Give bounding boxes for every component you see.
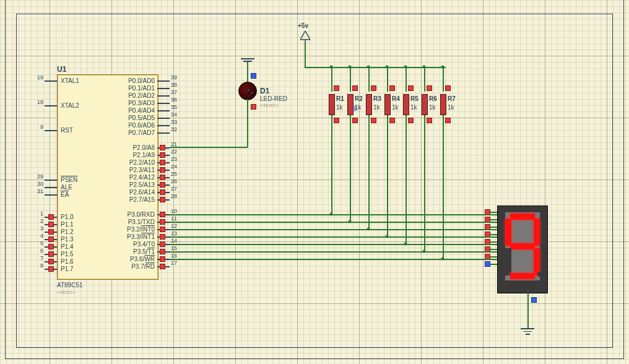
segment-dp [537,272,542,277]
pin-name: P2.3/A11 [121,167,155,173]
resistor-value: 1k [392,104,399,111]
pin-number: 10 [171,208,181,214]
wire [247,99,248,147]
pin-number: 13 [171,230,181,236]
pin-stub [157,118,170,119]
probe [445,118,451,123]
pin-number: 18 [33,99,43,105]
probe-7seg-common [531,297,537,303]
pin-name: P1.2 [61,228,74,235]
probe [160,175,165,180]
pin-name: XTAL2 [61,102,79,109]
junction-dot [441,66,445,69]
pin-name: P1.3 [61,236,74,243]
segment-f [505,219,511,246]
led-text: <TEXT> [260,103,279,108]
wire [170,259,497,260]
resistor-value: 1k [448,104,454,111]
pin-name: P0.7/AD7 [121,129,155,136]
resistor[interactable] [440,94,446,115]
pin-name: P1.0 [61,214,74,220]
probe [160,256,165,262]
pin-stub [157,80,170,82]
pin-stub [45,80,57,82]
pin-stub [157,110,170,111]
pin-number: 14 [171,238,181,244]
pin-name: PSEN [61,176,77,183]
resistor[interactable] [329,94,335,115]
resistor-ref: R1 [336,95,344,102]
pin-number: 31 [33,188,43,194]
probe [48,259,54,264]
probe [485,261,490,267]
pin-number: 36 [171,97,181,103]
pin-stub [157,103,170,104]
resistor[interactable] [366,94,372,115]
pin-name: P0.4/AD4 [121,107,155,114]
pin-name: P2.5/A13 [121,181,155,188]
pin-number: 11 [171,215,181,222]
pin-name: P0.5/AD5 [121,115,155,121]
pin-number: 12 [171,223,181,229]
wire [368,67,370,92]
pin-name: P2.7/A15 [121,196,155,203]
probe [352,118,358,123]
probe [160,227,165,232]
pin-name: P2.2/A10 [121,159,155,166]
pin-number: 28 [171,193,181,199]
pin-name: P1.1 [61,221,74,228]
pin-name: P3.7/RD [121,263,155,270]
wire [350,67,351,92]
pin-name: P0.3/AD3 [121,100,155,106]
resistor[interactable] [347,94,354,115]
resistor-value: 1k [336,104,343,111]
pin-name: P2.6/A14 [121,189,155,196]
wire [490,249,497,250]
wire [170,214,497,215]
junction-dot [404,66,407,69]
resistor[interactable] [403,94,409,115]
pin-name: P0.6/AD6 [121,122,155,129]
wire [368,115,370,229]
pin-name: ALE [61,184,72,191]
probe [408,118,414,123]
probe [48,229,54,235]
wire [490,241,497,243]
probe [427,118,432,123]
svg-marker-0 [300,31,310,40]
chip-part: AT89C51 [57,282,83,288]
pin-number: 7 [33,255,43,261]
pin-number: 37 [171,89,181,95]
pin-number: 38 [171,82,181,88]
probe [160,145,165,150]
probe [334,85,339,91]
wire [331,67,332,92]
segment-e [505,248,511,275]
wire [350,115,351,222]
probe [389,118,395,123]
pin-number: 2 [33,218,43,224]
pin-name: P0.1/AD1 [121,85,155,92]
pin-name: P3.1/TXD [121,219,155,225]
pin-number: 19 [33,74,43,80]
probe-led-top [251,73,256,79]
wire [443,67,444,92]
pin-number: 21 [171,141,181,147]
pin-number: 29 [33,173,43,180]
pin-stub [45,180,57,181]
probe [371,85,376,91]
pin-stub [157,125,170,126]
seven-segment-display[interactable] [497,206,548,293]
pin-name: P0.2/AD2 [121,92,155,99]
resistor[interactable] [422,94,428,115]
resistor-ref: R3 [373,95,381,102]
probe [48,222,54,227]
probe [160,219,165,225]
resistor[interactable] [384,94,391,115]
resistor-value: 1k [373,104,380,111]
probe-led-bottom [251,104,256,110]
power-label: +5v [298,22,308,29]
probe [427,85,432,91]
led-ref: D1 [260,87,269,95]
probe [160,241,165,247]
